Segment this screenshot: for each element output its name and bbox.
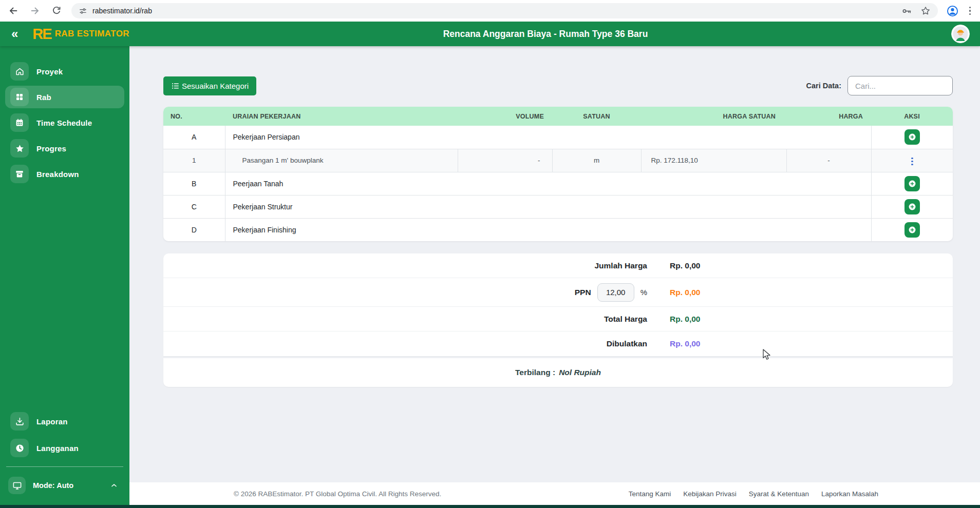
archive-box-icon — [10, 165, 29, 183]
adjust-category-label: Sesuaikan Kategori — [182, 82, 249, 90]
terbilang-row: Terbilang : Nol Rupiah — [163, 358, 953, 387]
password-key-icon[interactable] — [901, 6, 912, 16]
ppn-input[interactable] — [597, 283, 634, 302]
sidebar-item-laporan[interactable]: Laporan — [5, 410, 124, 433]
table-header-row: NO. URAIAN PEKERJAAN VOLUME SATUAN HARGA… — [163, 107, 953, 126]
dibulatkan-value: Rp. 0,00 — [670, 339, 700, 348]
table-row-category-a: A Pekerjaan Persiapan — [163, 126, 953, 149]
row-no: 1 — [163, 149, 225, 172]
monitor-icon — [8, 477, 26, 494]
summary-row-total: Total Harga Rp. 0,00 — [163, 307, 953, 331]
row-uraian: Pasangan 1 m' bouwplank — [225, 149, 458, 172]
row-menu-icon[interactable] — [907, 155, 917, 168]
sidebar-item-time-schedule[interactable]: Time Schedule — [5, 111, 124, 134]
footer-link-tentang-kami[interactable]: Tentang Kami — [629, 490, 671, 498]
row-satuan: m — [552, 149, 641, 172]
search-group: Cari Data: — [806, 76, 953, 95]
app-header: « RE RAB ESTIMATOR Rencana Anggaran Biay… — [0, 22, 980, 46]
page-title: Rencana Anggaran Biaya - Rumah Type 36 B… — [443, 29, 648, 40]
browser-menu-icon[interactable] — [967, 5, 973, 17]
column-header-no: NO. — [163, 107, 225, 126]
adjust-category-button[interactable]: Sesuaikan Kategori — [163, 76, 256, 95]
star-icon — [10, 139, 29, 158]
calendar-icon — [10, 113, 29, 132]
column-header-aksi: AKSI — [871, 107, 953, 126]
browser-reload-icon[interactable] — [50, 4, 63, 17]
site-settings-icon[interactable] — [79, 7, 87, 15]
row-no: C — [163, 195, 225, 218]
sidebar-collapse-icon[interactable]: « — [11, 28, 18, 40]
terbilang-label: Terbilang : — [515, 368, 555, 377]
ppn-label: PPN — [575, 288, 591, 297]
list-icon — [171, 82, 180, 90]
screen: rabestimator.id/rab « RE RAB ESTIMATOR R… — [0, 0, 980, 508]
sidebar-item-label: Time Schedule — [36, 119, 92, 127]
summary-section: Jumlah Harga Rp. 0,00 PPN % Rp. 0,00 Tot… — [163, 253, 953, 387]
user-avatar[interactable] — [951, 25, 970, 43]
sidebar-bottom: Laporan Langganan — [0, 410, 129, 459]
footer-link-laporkan-masalah[interactable]: Laporkan Masalah — [821, 490, 878, 498]
table-row-category-b: B Peerjaan Tanah — [163, 172, 953, 195]
summary-row-jumlah: Jumlah Harga Rp. 0,00 — [163, 253, 953, 278]
sidebar-item-rab[interactable]: Rab — [5, 86, 124, 108]
search-input[interactable] — [847, 76, 953, 95]
row-harga-satuan: Rp. 172.118,10 — [641, 149, 786, 172]
url-text[interactable]: rabestimator.id/rab — [92, 7, 901, 15]
add-item-button[interactable] — [904, 176, 920, 191]
toolbar: Sesuaikan Kategori Cari Data: — [163, 76, 953, 95]
sidebar-divider — [6, 466, 123, 467]
main-content: Sesuaikan Kategori Cari Data: NO. URAIAN — [129, 46, 980, 505]
footer-link-syarat-ketentuan[interactable]: Syarat & Ketentuan — [749, 490, 809, 498]
row-uraian: Peerjaan Tanah — [225, 172, 871, 195]
jumlah-harga-label: Jumlah Harga — [594, 261, 647, 270]
row-harga: - — [786, 149, 871, 172]
row-no: A — [163, 126, 225, 149]
footer-link-kebijakan-privasi[interactable]: Kebijakan Privasi — [683, 490, 737, 498]
total-harga-value: Rp. 0,00 — [670, 315, 700, 324]
sidebar-item-proyek[interactable]: Proyek — [5, 60, 124, 83]
sidebar-item-label: Proyek — [36, 67, 63, 76]
bookmark-star-icon[interactable] — [920, 6, 931, 16]
column-header-harga: HARGA — [786, 107, 871, 126]
add-item-button[interactable] — [904, 129, 920, 145]
sidebar-item-breakdown[interactable]: Breakdown — [5, 163, 124, 185]
column-header-uraian: URAIAN PEKERJAAN — [225, 107, 458, 126]
browser-profile-icon[interactable] — [946, 5, 959, 17]
download-icon — [10, 412, 29, 431]
address-bar[interactable]: rabestimator.id/rab — [71, 3, 938, 18]
sidebar-item-progres[interactable]: Progres — [5, 137, 124, 160]
sidebar-item-langganan[interactable]: Langganan — [5, 437, 124, 459]
rab-table: NO. URAIAN PEKERJAAN VOLUME SATUAN HARGA… — [163, 107, 953, 241]
row-uraian: Pekerjaan Finishing — [225, 218, 871, 241]
sidebar-item-label: Langganan — [36, 444, 79, 453]
dibulatkan-label: Dibulatkan — [607, 339, 647, 348]
summary-row-dibulatkan: Dibulatkan Rp. 0,00 — [163, 331, 953, 356]
add-item-button[interactable] — [904, 222, 920, 238]
total-harga-label: Total Harga — [604, 315, 647, 324]
grid-icon — [10, 88, 29, 106]
add-item-button[interactable] — [904, 199, 920, 214]
sidebar: Proyek Rab Time Schedule Progres — [0, 22, 129, 505]
sidebar-item-label: Laporan — [36, 417, 68, 426]
row-no: D — [163, 218, 225, 241]
table-row-item-1: 1 Pasangan 1 m' bouwplank - m Rp. 172.11… — [163, 149, 953, 172]
browser-back-icon[interactable] — [7, 4, 20, 17]
copyright-text: © 2026 RABEstimator. PT Global Optima Ci… — [234, 490, 441, 498]
percent-sign: % — [640, 288, 647, 297]
row-volume: - — [458, 149, 552, 172]
ppn-amount: Rp. 0,00 — [670, 288, 700, 297]
column-header-satuan: SATUAN — [552, 107, 641, 126]
table-row-category-d: D Pekerjaan Finishing — [163, 218, 953, 241]
clock-icon — [10, 439, 29, 457]
terbilang-value: Nol Rupiah — [559, 368, 601, 377]
row-uraian: Pekerjaan Persiapan — [225, 126, 871, 149]
row-no: B — [163, 172, 225, 195]
mode-toggle[interactable]: Mode: Auto — [5, 474, 124, 497]
summary-row-ppn: PPN % Rp. 0,00 — [163, 278, 953, 307]
chevron-up-icon — [110, 481, 118, 490]
sidebar-nav: Proyek Rab Time Schedule Progres — [0, 60, 129, 185]
bottom-edge-strip — [0, 505, 980, 508]
sidebar-item-label: Progres — [36, 144, 66, 153]
column-header-harga-satuan: HARGA SATUAN — [641, 107, 786, 126]
browser-forward-icon[interactable] — [28, 4, 42, 17]
